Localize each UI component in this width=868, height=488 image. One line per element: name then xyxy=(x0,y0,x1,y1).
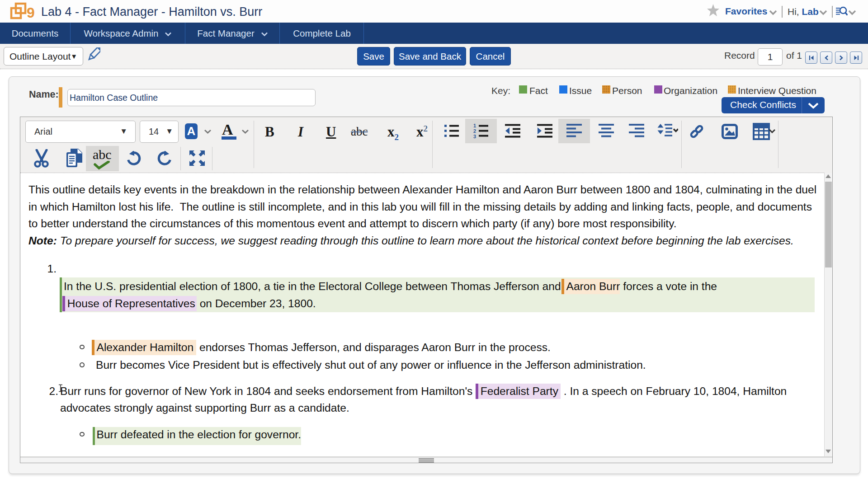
svg-text:2: 2 xyxy=(473,128,476,134)
svg-text:1: 1 xyxy=(473,123,476,128)
svg-text:3: 3 xyxy=(473,134,476,139)
svg-text:9: 9 xyxy=(27,5,35,21)
